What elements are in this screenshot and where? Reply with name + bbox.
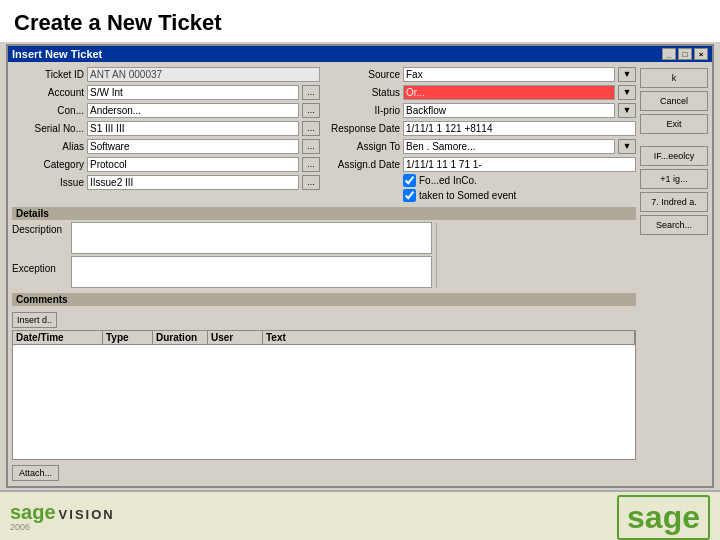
checkbox2-label: taken to Somed event <box>419 190 516 201</box>
sage-brand-left: sage <box>10 502 56 522</box>
action-bar: Attach... <box>12 462 636 482</box>
insert-button[interactable]: Insert d.. <box>12 312 57 328</box>
if-eeolcy-button[interactable]: IF...eeolcy <box>640 146 708 166</box>
priority-label: II-prio <box>328 105 400 116</box>
exception-textarea[interactable] <box>71 256 432 288</box>
exception-label: Exception <box>12 263 67 274</box>
alias-browse-button[interactable]: ... <box>302 139 320 154</box>
page-title: Create a New Ticket <box>14 10 706 36</box>
comments-grid-header: Date/Time Type Duration User Text <box>13 331 635 345</box>
priority-input[interactable] <box>403 103 615 118</box>
main-window: Insert New Ticket _ □ × Ticket ID Accoun… <box>6 44 714 488</box>
alias-input[interactable] <box>87 139 299 154</box>
checkbox2[interactable] <box>403 189 416 202</box>
details-section-header: Details <box>12 207 636 220</box>
checkbox2-row: taken to Somed event <box>403 189 636 202</box>
titlebar-buttons: _ □ × <box>662 48 708 60</box>
window-body: Ticket ID Account ... Con... ... Se <box>8 62 712 486</box>
account-browse-button[interactable]: ... <box>302 85 320 100</box>
account-input[interactable] <box>87 85 299 100</box>
assigned-to-browse-button[interactable]: ▼ <box>618 139 636 154</box>
serial-no-row: Serial No... ... <box>12 120 320 136</box>
right-btn-k[interactable]: k <box>640 68 708 88</box>
assigned-date-row: Assign.d Date <box>328 156 636 172</box>
assigned-date-input[interactable] <box>403 157 636 172</box>
serial-browse-button[interactable]: ... <box>302 121 320 136</box>
comments-section: Insert d.. Date/Time Type Duration User … <box>12 310 636 460</box>
serial-no-label: Serial No... <box>12 123 84 134</box>
source-input[interactable] <box>403 67 615 82</box>
sage-logo-left: sage VISION 2006 <box>10 502 115 532</box>
alias-row: Alias ... <box>12 138 320 154</box>
contact-label: Con... <box>12 105 84 116</box>
issue-input[interactable] <box>87 175 299 190</box>
search-button[interactable]: Search... <box>640 215 708 235</box>
plus1ig-button[interactable]: +1 ig... <box>640 169 708 189</box>
close-button[interactable]: × <box>694 48 708 60</box>
vision-text: VISION <box>59 507 115 522</box>
indred-button[interactable]: 7. Indred a. <box>640 192 708 212</box>
source-browse-button[interactable]: ▼ <box>618 67 636 82</box>
comments-section-header: Comments <box>12 293 636 306</box>
cancel-button[interactable]: Cancel <box>640 91 708 111</box>
window-title: Insert New Ticket <box>12 48 102 60</box>
col-datetime: Date/Time <box>13 331 103 344</box>
comments-grid: Date/Time Type Duration User Text <box>12 330 636 460</box>
response-date-row: Response Date <box>328 120 636 136</box>
form-top: Ticket ID Account ... Con... ... Se <box>12 66 636 202</box>
ticket-id-input <box>87 67 320 82</box>
col-text: Text <box>263 331 635 344</box>
source-row: Source ▼ <box>328 66 636 82</box>
sage-logo-right: sage <box>617 495 710 540</box>
category-input[interactable] <box>87 157 299 172</box>
details-section: Description Exception <box>12 222 636 288</box>
form-left-column: Ticket ID Account ... Con... ... Se <box>12 66 320 202</box>
assigned-to-row: Assign To ▼ <box>328 138 636 154</box>
col-type: Type <box>103 331 153 344</box>
page-header: Create a New Ticket <box>0 0 720 42</box>
ticket-id-row: Ticket ID <box>12 66 320 82</box>
source-label: Source <box>328 69 400 80</box>
checkbox1[interactable] <box>403 174 416 187</box>
status-browse-button[interactable]: ▼ <box>618 85 636 100</box>
category-label: Category <box>12 159 84 170</box>
account-row: Account ... <box>12 84 320 100</box>
contact-browse-button[interactable]: ... <box>302 103 320 118</box>
response-date-label: Response Date <box>328 123 400 134</box>
serial-no-input[interactable] <box>87 121 299 136</box>
year-text: 2006 <box>10 522 30 532</box>
category-browse-button[interactable]: ... <box>302 157 320 172</box>
col-duration: Duration <box>153 331 208 344</box>
contact-row: Con... ... <box>12 102 320 118</box>
contact-input[interactable] <box>87 103 299 118</box>
assigned-to-label: Assign To <box>328 141 400 152</box>
category-row: Category ... <box>12 156 320 172</box>
checkbox1-label: Fo...ed InCo. <box>419 175 477 186</box>
main-form: Ticket ID Account ... Con... ... Se <box>12 66 636 482</box>
detail-area-row: Description Exception <box>12 222 636 288</box>
form-right-column: Source ▼ Status ▼ II-prio ▼ <box>328 66 636 202</box>
alias-label: Alias <box>12 141 84 152</box>
attach-button[interactable]: Attach... <box>12 465 59 481</box>
minimize-button[interactable]: _ <box>662 48 676 60</box>
account-label: Account <box>12 87 84 98</box>
priority-browse-button[interactable]: ▼ <box>618 103 636 118</box>
ticket-id-label: Ticket ID <box>12 69 84 80</box>
assigned-date-label: Assign.d Date <box>328 159 400 170</box>
exit-button[interactable]: Exit <box>640 114 708 134</box>
issue-label: Issue <box>12 177 84 188</box>
comments-toolbar: Insert d.. <box>12 310 636 330</box>
description-textarea[interactable] <box>71 222 432 254</box>
issue-browse-button[interactable]: ... <box>302 175 320 190</box>
status-input[interactable] <box>403 85 615 100</box>
assigned-to-input[interactable] <box>403 139 615 154</box>
right-panel: k Cancel Exit IF...eeolcy +1 ig... 7. In… <box>640 66 708 482</box>
maximize-button[interactable]: □ <box>678 48 692 60</box>
footer-bar: sage VISION 2006 sage <box>0 490 720 540</box>
status-row: Status ▼ <box>328 84 636 100</box>
window-titlebar: Insert New Ticket _ □ × <box>8 46 712 62</box>
col-user: User <box>208 331 263 344</box>
response-date-input[interactable] <box>403 121 636 136</box>
priority-row: II-prio ▼ <box>328 102 636 118</box>
description-label: Description <box>12 224 67 235</box>
